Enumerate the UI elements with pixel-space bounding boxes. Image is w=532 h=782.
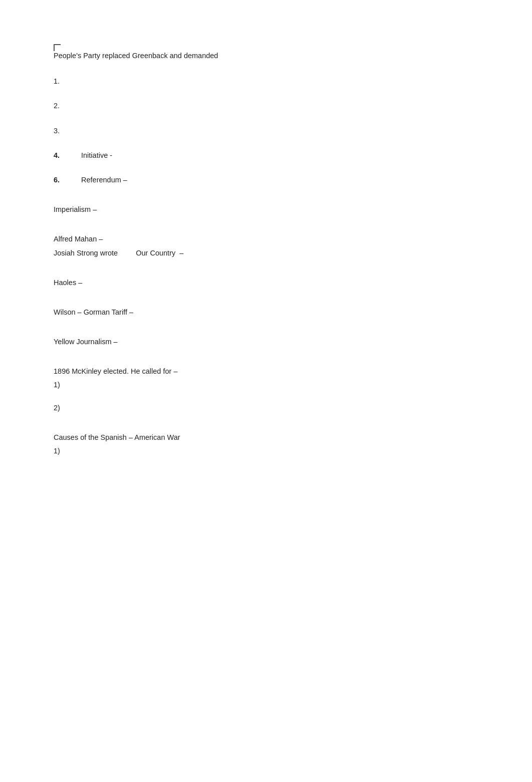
mckinley-item-1-number: 1) [54, 381, 60, 389]
causes-item-1: 1) [54, 445, 478, 457]
intro-text: People's Party replaced Greenback and de… [54, 50, 478, 62]
section-alfred-mahan: Alfred Mahan – Josiah Strong wrote Our C… [54, 233, 478, 258]
josiah-wrote-label: Josiah Strong wrote [54, 247, 118, 259]
mckinley-text: 1896 McKinley elected. He called for – [54, 366, 478, 377]
our-country-title: Our Country [136, 247, 175, 259]
haoles-text: Haoles – [54, 277, 478, 289]
spacing [122, 247, 128, 259]
mckinley-item-2: 2) [54, 402, 478, 414]
section-imperialism: Imperialism – [54, 204, 478, 215]
yellow-journalism-text: Yellow Journalism – [54, 336, 478, 348]
list-item: 2. [54, 100, 478, 112]
mckinley-item-1: 1) [54, 379, 478, 391]
wilson-gorman-text: Wilson – Gorman Tariff – [54, 307, 478, 318]
section-wilson-gorman: Wilson – Gorman Tariff – [54, 307, 478, 318]
list-number-2: 2. [54, 100, 81, 112]
corner-mark [54, 44, 61, 51]
list-item: 1. [54, 76, 478, 87]
causes-item-1-number: 1) [54, 447, 60, 455]
list-item: 3. [54, 125, 478, 137]
list-label-6: Referendum – [81, 174, 127, 186]
page-container: People's Party replaced Greenback and de… [0, 0, 532, 518]
list-number-3: 3. [54, 125, 81, 137]
list-item: 4. Initiative - [54, 150, 478, 161]
section-causes: Causes of the Spanish – American War 1) [54, 432, 478, 457]
list-label-4: Initiative - [81, 150, 112, 161]
imperialism-text: Imperialism – [54, 204, 478, 215]
mckinley-sub-list: 1) 2) [54, 379, 478, 413]
mckinley-item-2-number: 2) [54, 404, 60, 412]
section-haoles: Haoles – [54, 277, 478, 289]
list-item: 6. Referendum – [54, 174, 478, 186]
numbered-list: 1. 2. 3. 4. Initiative - 6. Referendum – [54, 76, 478, 186]
causes-text: Causes of the Spanish – American War [54, 432, 478, 443]
alfred-mahan-text: Alfred Mahan – [54, 233, 478, 245]
josiah-dash: – [179, 247, 183, 259]
list-number-4: 4. [54, 150, 81, 161]
list-number-1: 1. [54, 76, 81, 87]
list-number-6: 6. [54, 174, 81, 186]
section-mckinley: 1896 McKinley elected. He called for – 1… [54, 366, 478, 414]
causes-sub-list: 1) [54, 445, 478, 457]
josiah-strong-row: Josiah Strong wrote Our Country – [54, 247, 478, 259]
section-yellow-journalism: Yellow Journalism – [54, 336, 478, 348]
